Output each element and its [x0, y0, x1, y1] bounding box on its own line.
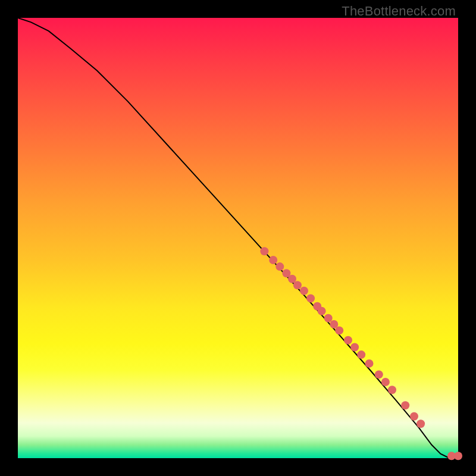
data-point [375, 370, 383, 378]
chart-overlay [18, 18, 458, 458]
data-point [318, 307, 326, 315]
data-point [335, 326, 343, 334]
data-point [350, 343, 359, 352]
data-point [454, 452, 462, 460]
data-point [324, 314, 333, 322]
data-point [388, 386, 396, 394]
data-point [344, 336, 352, 345]
data-point [275, 262, 284, 271]
data-point [365, 359, 374, 368]
data-point [357, 350, 365, 359]
data-point [293, 281, 302, 289]
data-point [300, 287, 308, 295]
data-point [401, 401, 409, 409]
data-point [416, 419, 425, 428]
data-point [269, 256, 277, 264]
data-point [381, 378, 390, 386]
data-point [410, 412, 418, 421]
data-point [306, 294, 315, 302]
data-point [260, 247, 268, 255]
attribution-label: TheBottleneck.com [342, 4, 456, 19]
data-points [260, 247, 462, 460]
